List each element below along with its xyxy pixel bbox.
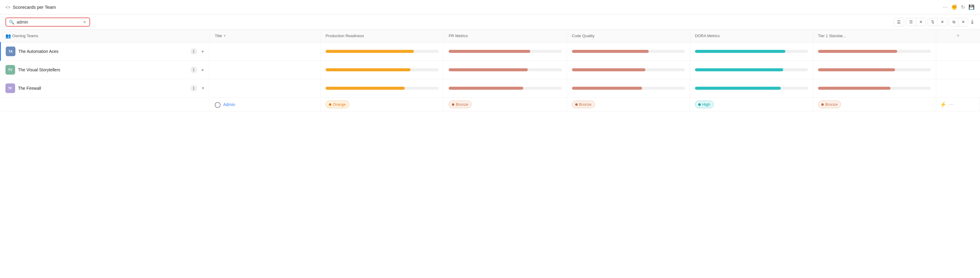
empty-cell bbox=[936, 61, 980, 79]
breadcrumb-icon: <> bbox=[5, 5, 10, 10]
list-icon: ☰ bbox=[909, 20, 913, 24]
bar-fill bbox=[695, 87, 781, 90]
toolbar-right: ☰ ☰ ✕ ⇅ ✕ bbox=[894, 18, 975, 26]
team-name-automation-aces: The Automation Aces bbox=[18, 49, 188, 54]
production-readiness-firewall bbox=[320, 79, 444, 98]
sort-close-button[interactable]: ✕ bbox=[938, 18, 947, 26]
dot-bronze-cq bbox=[575, 103, 578, 106]
avatar-visual-storytellers: TV bbox=[5, 65, 15, 75]
sub-row-indent-cell bbox=[1, 98, 210, 111]
pr-metrics-automation-aces bbox=[444, 42, 567, 61]
row-more-options-button[interactable]: ⋯ bbox=[949, 102, 954, 107]
badge-label-bronze-cq: Bronze bbox=[579, 102, 592, 106]
badge-code-quality: Bronze bbox=[572, 101, 595, 108]
scorecards-table: 👥 Owning Teams Title ▼ Production Readin… bbox=[0, 30, 980, 111]
col-header-title[interactable]: Title ▼ bbox=[210, 30, 321, 42]
col-header-pr-metrics: PR Metrics bbox=[444, 30, 567, 42]
filter-icon: ☰ bbox=[897, 20, 901, 24]
team-count-visual-storytellers: 1 bbox=[191, 67, 197, 73]
bar-fill bbox=[818, 68, 895, 71]
dot-orange bbox=[329, 103, 331, 106]
table-row: TA The Automation Aces 1 ► bbox=[1, 42, 980, 61]
bar-track bbox=[572, 68, 685, 71]
bar-track bbox=[818, 87, 931, 90]
tier1-firewall bbox=[813, 79, 936, 98]
table-row: TV The Visual Storytellers 1 ► bbox=[1, 61, 980, 79]
download-button[interactable]: ⇓ bbox=[970, 19, 975, 25]
table-row: TF The Firewall 1 ▼ bbox=[1, 79, 980, 98]
refresh-button[interactable]: ↻ bbox=[961, 4, 965, 10]
more-options-button[interactable]: ⋯ bbox=[943, 4, 948, 10]
page-title: Scorecards per Team bbox=[13, 5, 56, 10]
close-icon-2: ✕ bbox=[941, 20, 944, 24]
search-clear-button[interactable]: ✕ bbox=[83, 20, 86, 24]
bar-fill bbox=[572, 50, 649, 53]
team-name-visual-storytellers: The Visual Storytellers bbox=[18, 67, 188, 72]
team-cell-automation-aces: TA The Automation Aces 1 ► bbox=[1, 42, 210, 61]
bar-track bbox=[449, 68, 562, 71]
team-count-firewall: 1 bbox=[191, 85, 197, 92]
team-cell-firewall: TF The Firewall 1 ▼ bbox=[1, 79, 210, 98]
sub-row-dora-metrics: High bbox=[690, 98, 813, 111]
col-header-production-readiness: Production Readiness bbox=[320, 30, 444, 42]
badge-label-high: High bbox=[702, 102, 710, 106]
search-input[interactable] bbox=[17, 20, 80, 24]
expand-automation-aces[interactable]: ► bbox=[201, 49, 205, 54]
filter-button[interactable]: ☰ bbox=[894, 18, 904, 26]
bar-track bbox=[695, 50, 808, 53]
add-column-button[interactable]: + bbox=[936, 30, 980, 42]
close-icon: ✕ bbox=[919, 20, 923, 24]
expand-firewall[interactable]: ▼ bbox=[201, 86, 205, 91]
bar-fill bbox=[449, 68, 528, 71]
pr-metrics-firewall bbox=[444, 79, 567, 98]
badge-label-orange: Orange bbox=[333, 102, 346, 106]
dot-bronze-pr bbox=[452, 103, 454, 106]
expand-visual-storytellers[interactable]: ► bbox=[201, 68, 205, 72]
sort-button[interactable]: ⇅ bbox=[928, 18, 938, 26]
copy-button[interactable]: ⧉ bbox=[950, 18, 959, 26]
toolbar-left: 🔍 ✕ bbox=[5, 17, 90, 27]
title-cell-automation-aces bbox=[210, 42, 321, 61]
sub-row-actions: ⚡ ⋯ bbox=[940, 101, 976, 108]
col-header-tier1-standards: Tier 1 Standar... bbox=[813, 30, 936, 42]
pr-metrics-visual-storytellers bbox=[444, 61, 567, 79]
dora-metrics-automation-aces bbox=[690, 42, 813, 61]
bar-track bbox=[695, 87, 808, 90]
pin-button[interactable]: ✊ bbox=[951, 4, 957, 10]
list-view-button[interactable]: ☰ bbox=[906, 18, 916, 26]
bar-track bbox=[449, 50, 562, 53]
code-quality-firewall bbox=[567, 79, 690, 98]
bar-track bbox=[818, 50, 931, 53]
dot-bronze-t1 bbox=[821, 103, 824, 106]
bar-fill bbox=[326, 87, 405, 90]
bar-fill bbox=[695, 68, 783, 71]
badge-label-bronze-pr: Bronze bbox=[456, 102, 468, 106]
bar-fill bbox=[449, 87, 523, 90]
plus-icon: + bbox=[954, 32, 962, 40]
save-button[interactable]: 💾 bbox=[969, 4, 975, 10]
bar-track bbox=[326, 87, 439, 90]
sort-asc-icon: ▼ bbox=[223, 34, 226, 38]
sub-row-code-quality: Bronze bbox=[567, 98, 690, 111]
admin-link[interactable]: Admin bbox=[223, 102, 235, 107]
toolbar: 🔍 ✕ ☰ ☰ ✕ ⇅ bbox=[0, 14, 980, 30]
bar-track bbox=[572, 50, 685, 53]
sub-row-actions-cell: ⚡ ⋯ bbox=[936, 98, 980, 111]
copy-group-buttons: ⧉ ✕ bbox=[949, 18, 968, 26]
list-close-button[interactable]: ✕ bbox=[916, 18, 926, 26]
badge-tier1: Bronze bbox=[818, 101, 841, 108]
badge-label-bronze-t1: Bronze bbox=[825, 102, 838, 106]
col-header-dora-metrics: DORA Metrics bbox=[690, 30, 813, 42]
sort-group-buttons: ⇅ ✕ bbox=[928, 18, 947, 26]
bar-track bbox=[326, 68, 439, 71]
sort-icon: ⇅ bbox=[931, 20, 934, 24]
page-container: <> Scorecards per Team ⋯ ✊ ↻ 💾 🔍 ✕ ☰ bbox=[0, 0, 980, 278]
lightning-button[interactable]: ⚡ bbox=[940, 101, 947, 108]
bar-track bbox=[326, 50, 439, 53]
copy-close-button[interactable]: ✕ bbox=[959, 18, 968, 26]
header-left: <> Scorecards per Team bbox=[5, 5, 56, 10]
code-quality-visual-storytellers bbox=[567, 61, 690, 79]
dora-metrics-firewall bbox=[690, 79, 813, 98]
production-readiness-visual-storytellers bbox=[320, 61, 444, 79]
close-icon-3: ✕ bbox=[962, 20, 965, 24]
